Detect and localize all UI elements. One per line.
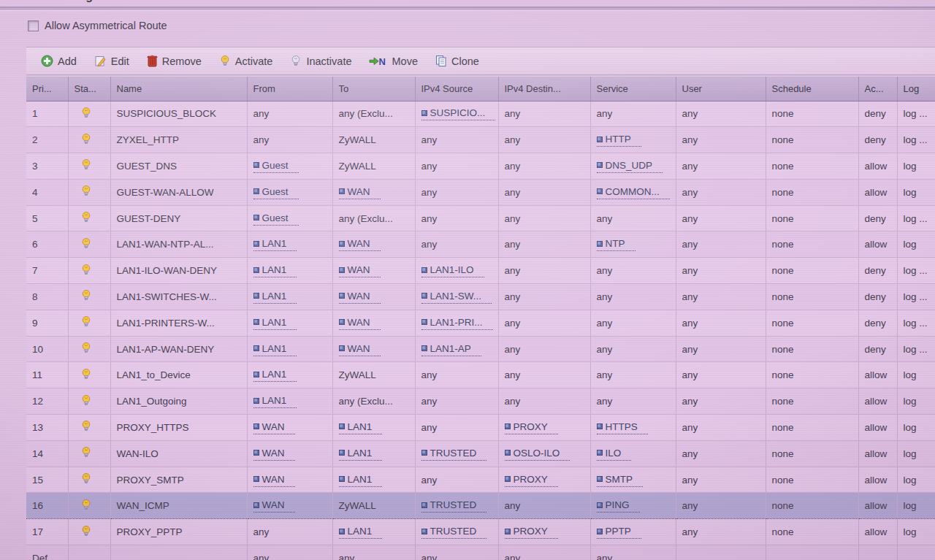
object-link[interactable]: PPTP (597, 525, 641, 539)
object-link[interactable]: LAN1 (253, 237, 297, 251)
object-link[interactable]: WAN (339, 237, 381, 251)
object-link-label: LAN1 (262, 317, 287, 328)
object-link[interactable]: HTTPS (597, 421, 648, 434)
clone-button[interactable]: Clone (430, 52, 488, 70)
rule-row[interactable]: 17 PROXY_PPTPanyLAN1TRUSTEDPROXYPPTPanyn… (26, 519, 935, 545)
service-cell: any (590, 545, 676, 560)
to-cell: LAN1 (332, 415, 415, 441)
col-user[interactable]: User (676, 77, 766, 101)
rule-row[interactable]: 16 WAN_ICMPWANZyWALLTRUSTEDanyPINGanynon… (26, 493, 935, 519)
object-link[interactable]: LAN1 (253, 342, 297, 356)
object-link[interactable]: LAN1 (339, 525, 383, 539)
rule-row[interactable]: 1 SUSPICIOUS_BLOCKanyany (Exclu...SUSPIC… (26, 101, 935, 127)
object-link[interactable]: NTP (597, 237, 636, 251)
object-link[interactable]: WAN (253, 499, 295, 513)
col-service[interactable]: Service (590, 77, 676, 101)
object-reference-icon (339, 293, 345, 299)
object-link[interactable]: WAN (253, 473, 295, 487)
object-reference-icon (597, 137, 603, 142)
edit-button[interactable]: Edit (88, 52, 138, 70)
object-link[interactable]: TRUSTED (421, 447, 487, 461)
col-status[interactable]: Sta... (68, 77, 110, 101)
object-link[interactable]: Guest (253, 185, 299, 199)
col-schedule[interactable]: Schedule (766, 77, 858, 101)
ipv4-destination-cell: any (498, 310, 590, 336)
object-link[interactable]: OSLO-ILO (505, 447, 570, 461)
object-link[interactable]: LAN1 (253, 394, 297, 408)
rule-row[interactable]: 14 WAN-ILOWANLAN1TRUSTEDOSLO-ILOILOanyno… (26, 440, 935, 467)
activate-button[interactable]: Activate (213, 52, 282, 70)
object-link[interactable]: ILO (597, 447, 632, 461)
object-link[interactable]: WAN (339, 342, 381, 356)
col-ipv4-destination[interactable]: IPv4 Destin... (498, 77, 590, 101)
schedule-cell: none (766, 101, 858, 127)
object-link[interactable]: LAN1 (339, 421, 383, 434)
clone-button-label: Clone (451, 55, 479, 67)
move-button[interactable]: N Move (363, 53, 426, 70)
rule-row[interactable]: 3 GUEST_DNSGuestZyWALLanyanyDNS_UDPanyno… (26, 153, 935, 180)
inactivate-button[interactable]: Inactivate (284, 52, 360, 70)
user-cell: any (676, 310, 766, 336)
user-cell (676, 545, 766, 560)
rule-row[interactable]: 8 LAN1-SWITCHES-W...LAN1WANLAN1-SW...any… (26, 284, 935, 310)
object-link[interactable]: LAN1-ILO (421, 264, 484, 277)
object-link[interactable]: HTTP (597, 133, 641, 147)
rule-row[interactable]: 15 PROXY_SMTPWANLAN1anyPROXYSMTPanynonea… (26, 467, 935, 493)
object-link[interactable]: LAN1 (253, 290, 297, 304)
action-cell: allow (858, 519, 897, 545)
rule-row[interactable]: 5 GUEST-DENYGuestany (Exclu...anyanyanya… (26, 205, 935, 231)
object-link[interactable]: DNS_UDP (597, 159, 663, 173)
object-reference-icon (253, 398, 259, 404)
object-link[interactable]: LAN1 (253, 264, 297, 277)
rule-row[interactable]: 7 LAN1-ILO-WAN-DENYLAN1WANLAN1-ILOanyany… (26, 258, 935, 284)
object-link[interactable]: WAN (339, 264, 381, 277)
priority-cell: 5 (26, 205, 68, 231)
object-link[interactable]: Guest (253, 212, 299, 226)
col-action[interactable]: Ac... (858, 77, 897, 101)
object-link[interactable]: WAN (339, 316, 381, 330)
rule-row[interactable]: 9 LAN1-PRINTERS-W...LAN1WANLAN1-PRI...an… (26, 310, 935, 336)
page-title: IPv4 Configuration (26, 0, 134, 3)
object-link[interactable]: WAN (253, 447, 295, 461)
rule-row[interactable]: 4 GUEST-WAN-ALLOWGuestWANanyanyCOMMON...… (26, 179, 935, 205)
allow-asymmetrical-route-checkbox[interactable] (28, 20, 39, 31)
object-link[interactable]: LAN1 (253, 368, 297, 382)
object-link[interactable]: PROXY (505, 525, 558, 539)
object-link[interactable]: WAN (339, 290, 381, 304)
col-priority[interactable]: Pri... (26, 77, 68, 101)
ipv4-source-cell: TRUSTED (415, 440, 498, 467)
rule-row[interactable]: 6 LAN1-WAN-NTP-AL...LAN1WANanyanyNTPanyn… (26, 231, 935, 258)
col-to[interactable]: To (332, 77, 415, 101)
object-link[interactable]: LAN1-AP (421, 342, 481, 356)
object-link[interactable]: LAN1 (339, 473, 383, 487)
rule-row[interactable]: 12 LAN1_OutgoingLAN1any (Exclu...anyanya… (26, 388, 935, 415)
col-name[interactable]: Name (110, 77, 247, 101)
object-link[interactable]: TRUSTED (421, 499, 487, 513)
object-link[interactable]: Guest (253, 159, 299, 173)
object-link[interactable]: SUSPICIO... (421, 107, 496, 120)
remove-button[interactable]: Remove (141, 52, 210, 70)
object-link[interactable]: LAN1-PRI... (421, 316, 493, 330)
rule-row[interactable]: 10 LAN1-AP-WAN-DENYLAN1WANLAN1-APanyanya… (26, 336, 935, 362)
object-link[interactable]: SMTP (597, 473, 644, 487)
col-ipv4-source[interactable]: IPv4 Source (415, 77, 498, 101)
rule-row[interactable]: 13 PROXY_HTTPSWANLAN1anyPROXYHTTPSanynon… (26, 415, 935, 441)
object-link[interactable]: PROXY (505, 473, 558, 487)
object-link[interactable]: TRUSTED (421, 525, 487, 539)
col-log[interactable]: Log (897, 77, 935, 101)
col-from[interactable]: From (247, 77, 332, 101)
object-link[interactable]: PING (597, 499, 640, 513)
rule-row[interactable]: 11 LAN1_to_DeviceLAN1ZyWALLanyanyanyanyn… (26, 362, 935, 388)
object-link[interactable]: PROXY (505, 421, 558, 434)
to-cell: ZyWALL (332, 493, 415, 519)
rule-row[interactable]: 2 ZYXEL_HTTPanyZyWALLanyanyHTTPanynonede… (26, 127, 935, 153)
object-link[interactable]: COMMON... (597, 185, 670, 199)
service-cell: NTP (590, 231, 676, 258)
object-link[interactable]: WAN (339, 185, 381, 199)
object-link[interactable]: LAN1 (253, 316, 297, 330)
default-rule-row[interactable]: Def...anyanyanyanyany (26, 545, 935, 560)
object-link[interactable]: LAN1-SW... (421, 290, 492, 304)
object-link[interactable]: LAN1 (339, 447, 383, 461)
object-link[interactable]: WAN (253, 421, 295, 434)
add-button[interactable]: Add (35, 52, 85, 70)
